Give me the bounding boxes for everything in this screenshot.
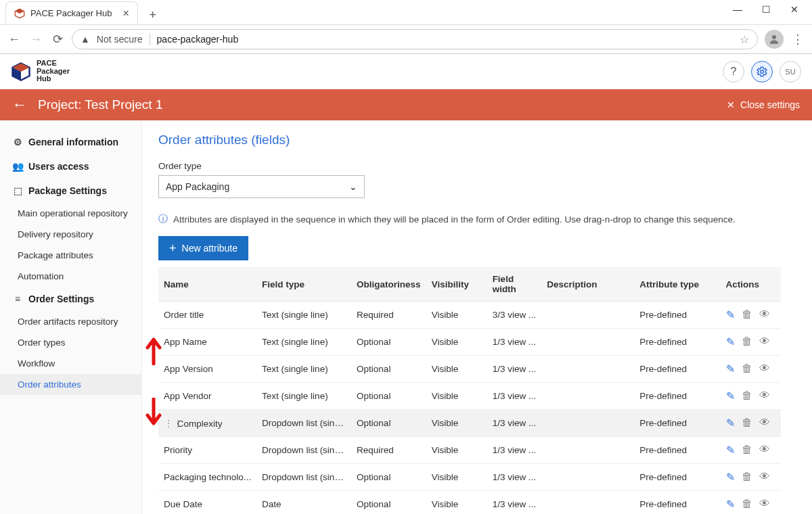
table-row[interactable]: PriorityDropdown list (single c...Requir… — [158, 437, 781, 464]
delete-icon[interactable]: 🗑 — [742, 444, 752, 457]
attributes-table: Name Field type Obligatoriness Visibilit… — [158, 267, 781, 514]
edit-icon[interactable]: ✎ — [726, 335, 735, 348]
new-attribute-button[interactable]: + New attribute — [158, 236, 248, 260]
edit-icon[interactable]: ✎ — [726, 444, 735, 457]
bookmark-icon[interactable]: ☆ — [740, 33, 749, 46]
back-arrow-icon[interactable]: ← — [12, 96, 27, 114]
cell-description — [541, 437, 634, 464]
sidebar-item-general[interactable]: ⚙General information — [0, 130, 141, 154]
info-message: ⓘ Attributes are displayed in the sequen… — [158, 213, 796, 225]
delete-icon[interactable]: 🗑 — [742, 498, 752, 511]
sidebar-item[interactable]: Order types — [0, 332, 141, 353]
main-panel: Order attributes (fields) Order type App… — [142, 120, 812, 514]
sidebar-item[interactable]: Delivery repository — [0, 224, 141, 245]
forward-icon: → — [28, 32, 43, 47]
cell-visibility: Visible — [426, 410, 487, 437]
table-row[interactable]: App VersionText (single line)OptionalVis… — [158, 356, 781, 383]
col-description[interactable]: Description — [541, 267, 634, 302]
back-icon[interactable]: ← — [7, 32, 22, 47]
cell-name: Priority — [164, 445, 192, 455]
delete-icon[interactable]: 🗑 — [742, 308, 752, 321]
user-badge[interactable]: SU — [780, 61, 801, 83]
sidebar-section-package[interactable]: ⬚Package Settings — [0, 179, 141, 203]
cell-obligatoriness: Optional — [351, 410, 426, 437]
edit-icon[interactable]: ✎ — [726, 417, 735, 429]
edit-icon[interactable]: ✎ — [726, 471, 735, 484]
visibility-icon[interactable]: 👁 — [759, 417, 770, 429]
cell-visibility: Visible — [426, 437, 487, 464]
settings-button[interactable] — [751, 61, 773, 83]
visibility-icon[interactable]: 👁 — [759, 308, 770, 321]
sidebar-item[interactable]: Main operational repository — [0, 203, 141, 224]
sidebar-section-order[interactable]: ≡Order Settings — [0, 287, 141, 311]
kebab-menu-icon[interactable]: ⋮ — [790, 32, 805, 47]
plus-icon: + — [169, 241, 177, 256]
table-row[interactable]: Packaging technolo...Dropdown list (sing… — [158, 464, 781, 491]
reload-icon[interactable]: ⟳ — [50, 32, 65, 47]
col-field-type[interactable]: Field type — [256, 267, 351, 302]
sidebar-item-users[interactable]: 👥Users access — [0, 154, 141, 179]
col-obligatoriness[interactable]: Obligatoriness — [351, 267, 426, 302]
info-icon: ⓘ — [158, 213, 168, 225]
visibility-icon[interactable]: 👁 — [759, 335, 770, 348]
cell-visibility: Visible — [426, 329, 487, 356]
cell-name: App Vendor — [164, 391, 212, 401]
address-bar[interactable]: ▲ Not secure pace-packager-hub ☆ — [72, 29, 758, 49]
delete-icon[interactable]: 🗑 — [742, 417, 752, 429]
new-tab-button[interactable]: + — [143, 5, 162, 24]
cell-attribute-type: Pre-defined — [634, 464, 720, 491]
sidebar-item[interactable]: Automation — [0, 266, 141, 287]
insecure-label: Not secure — [97, 34, 143, 45]
table-row[interactable]: App VendorText (single line)OptionalVisi… — [158, 383, 781, 410]
cell-name: App Name — [164, 337, 207, 347]
annotation-arrow-down — [145, 398, 162, 426]
cell-attribute-type: Pre-defined — [634, 302, 720, 329]
window-controls: — ☐ ✕ — [729, 4, 812, 15]
minimize-icon[interactable]: — — [729, 4, 746, 15]
maximize-icon[interactable]: ☐ — [758, 4, 774, 15]
close-window-icon[interactable]: ✕ — [786, 4, 803, 15]
sidebar-item[interactable]: Package attributes — [0, 245, 141, 266]
cell-description — [541, 302, 634, 329]
table-row[interactable]: Due DateDateOptionalVisible1/3 view ...P… — [158, 491, 781, 515]
edit-icon[interactable]: ✎ — [726, 390, 735, 402]
delete-icon[interactable]: 🗑 — [742, 363, 752, 375]
drag-handle-icon[interactable]: ⋮⋮ — [164, 418, 175, 429]
users-icon: 👥 — [12, 161, 23, 172]
cell-obligatoriness: Required — [351, 302, 426, 329]
order-type-select[interactable]: App Packaging ⌄ — [158, 175, 365, 198]
cell-name: App Version — [164, 364, 213, 374]
table-row[interactable]: ⋮⋮ ComplexityDropdown list (single c...O… — [158, 410, 781, 437]
visibility-icon[interactable]: 👁 — [759, 390, 770, 402]
sidebar: ⚙General information 👥Users access ⬚Pack… — [0, 120, 142, 514]
col-visibility[interactable]: Visibility — [426, 267, 487, 302]
visibility-icon[interactable]: 👁 — [759, 363, 770, 375]
visibility-icon[interactable]: 👁 — [759, 498, 770, 511]
profile-icon[interactable] — [765, 30, 784, 49]
close-icon[interactable]: × — [122, 7, 129, 20]
close-settings-button[interactable]: ✕ Close settings — [727, 99, 800, 110]
table-row[interactable]: Order titleText (single line)RequiredVis… — [158, 302, 781, 329]
edit-icon[interactable]: ✎ — [726, 498, 735, 511]
list-icon: ≡ — [12, 294, 23, 304]
visibility-icon[interactable]: 👁 — [759, 471, 770, 484]
app-brand: PACE Packager Hub — [37, 60, 70, 83]
delete-icon[interactable]: 🗑 — [742, 390, 752, 402]
col-actions[interactable]: Actions — [721, 267, 781, 302]
sidebar-item[interactable]: Order artifacts repository — [0, 311, 141, 332]
delete-icon[interactable]: 🗑 — [742, 471, 752, 484]
sidebar-item[interactable]: Workflow — [0, 353, 141, 374]
sidebar-item[interactable]: Order attributes — [0, 374, 141, 395]
table-row[interactable]: App NameText (single line)OptionalVisibl… — [158, 329, 781, 356]
help-button[interactable]: ? — [723, 61, 744, 83]
insecure-icon: ▲ — [81, 34, 90, 45]
edit-icon[interactable]: ✎ — [726, 363, 735, 375]
col-field-width[interactable]: Field width — [487, 267, 542, 302]
edit-icon[interactable]: ✎ — [726, 308, 735, 321]
col-attribute-type[interactable]: Attribute type — [634, 267, 720, 302]
col-name[interactable]: Name — [158, 267, 256, 302]
visibility-icon[interactable]: 👁 — [759, 444, 770, 457]
cell-description — [541, 464, 634, 491]
delete-icon[interactable]: 🗑 — [742, 335, 752, 348]
browser-tab[interactable]: PACE Packager Hub × — [5, 1, 138, 24]
